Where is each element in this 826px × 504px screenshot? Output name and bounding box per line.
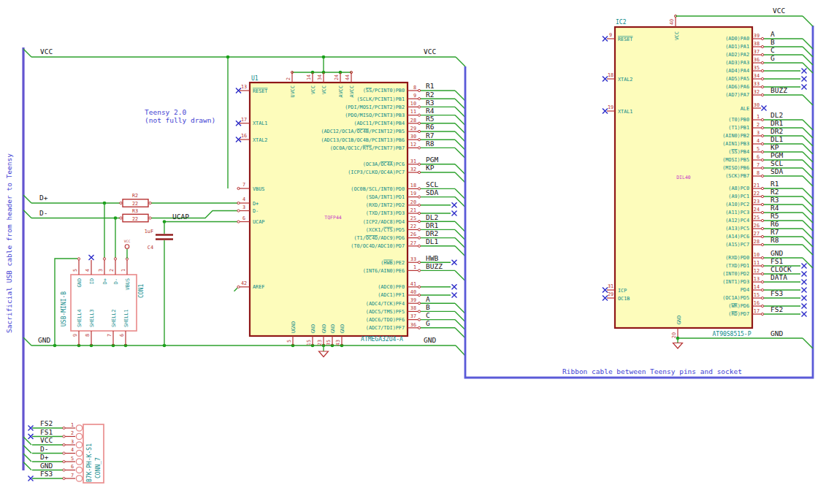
pin-name: (INT6/AIN0)PE6	[363, 268, 405, 274]
bus-entry	[455, 311, 465, 321]
net-label: A	[770, 30, 775, 38]
component-ref: CONN_7	[95, 457, 102, 478]
bus-entry	[456, 57, 465, 66]
pin-endpoint	[761, 134, 763, 137]
resistor-r2[interactable]: R2 22	[120, 193, 151, 207]
pin-number: 41	[410, 281, 416, 287]
pin-number: 1	[757, 114, 760, 120]
bus-entry	[23, 49, 31, 57]
no-connect-icon	[802, 272, 807, 277]
resistor-r3[interactable]: R3 22	[120, 208, 151, 222]
pin-socket-circle	[76, 442, 82, 448]
connector-pin: FS2 1	[28, 419, 83, 431]
pin-number: 37	[754, 49, 760, 55]
pin-endpoint	[418, 163, 420, 165]
pin-number: 11	[754, 260, 760, 266]
pin-name: (INT1)PD3	[722, 279, 749, 285]
pin-endpoint	[418, 221, 420, 223]
teensy-mcu-u1[interactable]: U1 ATMEGA32U4-A TQFP44 13 RESET 17 XTAL1…	[234, 56, 466, 345]
pin-number: 2	[757, 122, 760, 128]
pin-number: 3	[71, 439, 74, 445]
pin-name: (SS/PCINT0)PB0	[363, 88, 405, 93]
bus-entry	[455, 328, 465, 338]
pin-name: (SS)PB4	[728, 149, 749, 155]
pin-endpoint	[63, 469, 65, 471]
bus-entry	[803, 245, 813, 255]
net-label-dminus: D-	[39, 209, 47, 217]
bus-entry	[455, 270, 465, 280]
pin-name: (WR)PD6	[728, 303, 749, 309]
pin-endpoint	[418, 270, 420, 272]
pin-endpoint	[761, 235, 763, 237]
bus-entry	[803, 152, 813, 162]
pin-number: 7	[757, 162, 760, 168]
pin-name: (SCLK/PCINT1)PB1	[357, 96, 405, 102]
pin-number: 31	[410, 159, 416, 164]
pin-endpoint	[418, 196, 420, 198]
pin-number: 35	[754, 65, 760, 71]
pin-number: 15	[306, 340, 312, 345]
pin-socket-circle	[76, 459, 82, 465]
bus-entry	[23, 462, 31, 470]
pin-endpoint	[418, 294, 420, 296]
pin-number: 4	[71, 447, 74, 453]
pin-name: (T1/OC4D/ADC9)PD6	[353, 235, 405, 241]
pin-name: PD4	[741, 287, 749, 293]
pin-number: 11	[410, 109, 416, 115]
component-value: AT90S8515-P	[713, 331, 752, 337]
pin-endpoint	[761, 289, 763, 291]
left-usb-bus[interactable]: Sacrificial USB cable from header to Tee…	[5, 47, 23, 470]
no-connect-icon	[802, 77, 807, 82]
connector-pin: FS1 2	[28, 428, 83, 440]
pin-name: (A12)PC4	[725, 218, 749, 224]
bus-entry	[803, 237, 813, 247]
net-label: SCL	[426, 180, 438, 188]
bus-entry	[455, 148, 465, 158]
schematic-canvas: Sacrificial USB cable from header to Tee…	[0, 0, 826, 504]
pin-name: (AIN0)PB2	[722, 133, 749, 139]
pin-number: 26	[410, 232, 416, 237]
bus-entry	[455, 221, 465, 232]
pin-endpoint	[237, 210, 240, 212]
net-label: R6	[426, 123, 435, 131]
pin-header-conn7[interactable]: B7K-PH-K-S1 CONN_7 FS2 1 FS1 2	[23, 419, 104, 483]
no-connect-icon	[802, 85, 807, 90]
no-connect-icon	[452, 293, 457, 298]
bus-entry	[803, 39, 813, 49]
bus-entry	[455, 320, 465, 330]
pin-number: 3	[242, 205, 245, 210]
pin-name: D-	[253, 208, 259, 214]
net-label-vcc: VCC	[773, 7, 785, 15]
pin-number: 6	[242, 215, 245, 221]
pin-name: D+	[253, 201, 259, 207]
net-label: DL1	[426, 237, 438, 245]
component-value: 1uF	[145, 229, 153, 234]
usb-connector-con1[interactable]: USB-MINI-B CON1 5 GND 4 ID 3 D+ 2 D-	[55, 240, 145, 345]
net-label-gnd: GND	[424, 336, 436, 344]
pin-name: UVCC	[290, 85, 296, 97]
pin-number: 21	[754, 183, 760, 188]
pin-number: 20	[410, 199, 416, 205]
pin-name: XTAL1	[618, 109, 632, 115]
component-ref: R2	[132, 193, 138, 199]
pin-name: XTAL2	[253, 137, 267, 143]
pin-endpoint	[418, 122, 420, 124]
pin-endpoint	[418, 237, 420, 239]
pin-number: 39	[410, 297, 416, 303]
pin-endpoint	[149, 217, 151, 219]
pin-endpoint	[761, 53, 763, 56]
wire[interactable]	[151, 211, 237, 218]
socket-mcu-ic2[interactable]: IC2 AT90S8515-P DIL40 9 RESET 18 XTAL2 1…	[603, 7, 813, 348]
pin-number: 10	[410, 101, 416, 107]
pin-endpoint	[63, 477, 65, 479]
pin-name: (PDI/MOSI/PCINT2)PB2	[345, 104, 405, 110]
net-label: FS1	[770, 257, 783, 265]
pin-endpoint	[761, 187, 763, 189]
pin-name: (RD)PD7	[728, 311, 749, 317]
net-label: R7	[426, 131, 434, 140]
pin-number: 3	[757, 130, 760, 136]
pin-name: (PDO/MISO/PCINT3)PB3	[345, 112, 405, 118]
pin-name: (AD3)PA3	[725, 60, 749, 66]
capacitor-c4[interactable]: 1uF C4	[145, 222, 173, 346]
pin-number: 7	[107, 334, 112, 337]
